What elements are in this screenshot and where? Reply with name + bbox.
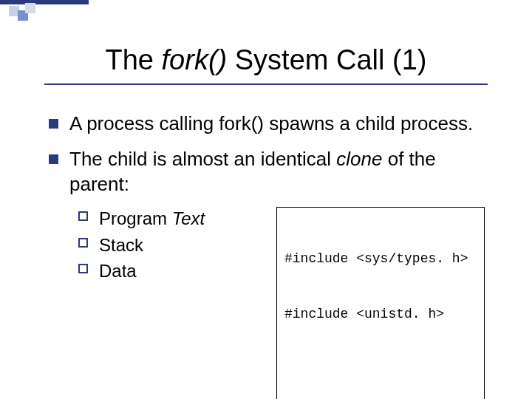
- slide: The fork() System Call (1) A process cal…: [0, 0, 532, 399]
- sub-list: Program Text Stack Data: [77, 207, 269, 285]
- sub-bullet-item: Data: [77, 259, 269, 282]
- bullet-text: A process calling fork() spawns a child …: [69, 112, 473, 134]
- square-bullet-icon: [49, 119, 58, 129]
- sub-row: Program Text Stack Data #include <sys/ty…: [44, 207, 488, 399]
- code-line: #include <sys/types. h>: [284, 250, 477, 268]
- bullet-item: The child is almost an identical clone o…: [44, 147, 488, 197]
- bullet-item: A process calling fork() spawns a child …: [44, 112, 488, 137]
- code-line: #include <unistd. h>: [284, 305, 477, 324]
- title-pre: The: [106, 44, 162, 75]
- sub-bullet-label: Stack: [99, 235, 143, 255]
- title-func: fork(): [162, 44, 228, 75]
- bullet-text-pre: The child is almost an identical: [69, 148, 336, 170]
- hollow-square-bullet-icon: [78, 211, 88, 221]
- sub-bullet-item: Stack: [77, 233, 269, 256]
- title-underline: [44, 83, 488, 85]
- slide-title: The fork() System Call (1): [44, 44, 488, 76]
- square-bullet-icon: [49, 154, 58, 164]
- hollow-square-bullet-icon: [78, 264, 88, 273]
- slide-body: A process calling fork() spawns a child …: [44, 112, 488, 399]
- code-snippet: #include <sys/types. h> #include <unistd…: [276, 207, 485, 399]
- title-post: System Call (1): [227, 44, 426, 75]
- sub-bullet-label: Data: [99, 261, 137, 281]
- sub-bullet-italic: Text: [167, 208, 205, 228]
- sub-bullet-item: Program Text: [77, 207, 269, 230]
- hollow-square-bullet-icon: [78, 238, 88, 248]
- bullet-text-italic: clone: [336, 148, 382, 170]
- sub-bullet-label: Program: [99, 208, 167, 228]
